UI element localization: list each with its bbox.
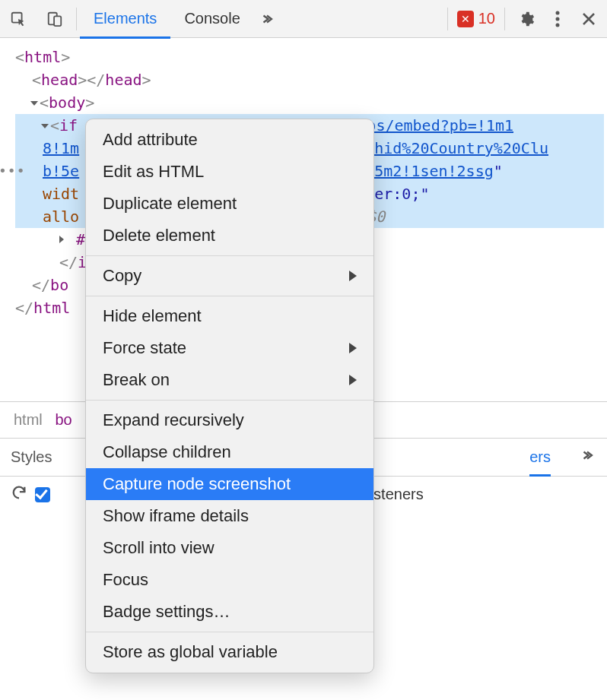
- toolbar-divider: [76, 8, 77, 30]
- menu-add-attribute[interactable]: Add attribute: [86, 124, 373, 156]
- error-icon: ✕: [457, 11, 474, 27]
- menu-duplicate-element[interactable]: Duplicate element: [86, 188, 373, 220]
- kebab-menu-icon[interactable]: [545, 0, 570, 38]
- menu-force-state[interactable]: Force state: [86, 332, 373, 364]
- menu-break-on[interactable]: Break on: [86, 364, 373, 396]
- menu-show-iframe-details[interactable]: Show iframe details: [86, 500, 373, 512]
- more-panel-tabs-icon[interactable]: [583, 448, 596, 466]
- tab-console[interactable]: Console: [170, 0, 253, 38]
- settings-icon[interactable]: [508, 0, 545, 38]
- context-menu: Add attribute Edit as HTML Duplicate ele…: [85, 119, 374, 512]
- svg-point-4: [556, 17, 560, 21]
- tab-elements-label: Elements: [94, 10, 157, 27]
- menu-separator: [86, 296, 373, 296]
- panel-tab-event-listeners[interactable]: ers: [529, 448, 551, 466]
- expand-triangle-icon[interactable]: [30, 101, 38, 106]
- panel-tab-styles[interactable]: Styles: [11, 448, 52, 466]
- menu-separator: [86, 400, 373, 401]
- menu-separator: [86, 255, 373, 256]
- submenu-arrow-icon: [349, 375, 357, 385]
- menu-expand-recursively[interactable]: Expand recursively: [86, 404, 373, 436]
- tab-console-label: Console: [184, 10, 240, 27]
- menu-delete-element[interactable]: Delete element: [86, 220, 373, 252]
- submenu-arrow-icon: [349, 343, 357, 353]
- svg-point-5: [556, 23, 560, 27]
- device-toolbar-icon[interactable]: [37, 0, 73, 38]
- inspect-icon[interactable]: [0, 0, 37, 38]
- ancestors-checkbox[interactable]: [35, 487, 50, 502]
- toolbar-divider: [504, 8, 505, 30]
- menu-copy[interactable]: Copy: [86, 260, 373, 292]
- menu-capture-node-screenshot[interactable]: Capture node screenshot: [86, 468, 373, 500]
- submenu-arrow-icon: [349, 271, 357, 281]
- expand-triangle-icon[interactable]: [59, 236, 64, 243]
- toolbar-divider: [447, 8, 448, 30]
- dom-line[interactable]: <html>: [15, 46, 604, 68]
- dom-line[interactable]: <head></head>: [15, 68, 604, 91]
- breadcrumb-body[interactable]: bo: [55, 411, 72, 428]
- error-count: 10: [478, 10, 495, 27]
- svg-point-3: [556, 11, 560, 14]
- refresh-icon[interactable]: [11, 484, 27, 505]
- overflow-indicator: •••: [0, 160, 26, 182]
- menu-edit-as-html[interactable]: Edit as HTML: [86, 156, 373, 188]
- svg-rect-2: [54, 16, 61, 26]
- breadcrumb-html[interactable]: html: [14, 411, 43, 428]
- menu-collapse-children[interactable]: Collapse children: [86, 436, 373, 468]
- error-badge[interactable]: ✕ 10: [451, 10, 501, 27]
- close-icon[interactable]: [570, 0, 607, 38]
- tab-elements[interactable]: Elements: [80, 0, 170, 38]
- devtools-toolbar: Elements Console ✕ 10: [0, 0, 607, 38]
- more-tabs-icon[interactable]: [254, 0, 284, 38]
- menu-hide-element[interactable]: Hide element: [86, 300, 373, 332]
- dom-line[interactable]: <body>: [15, 91, 604, 114]
- expand-triangle-icon[interactable]: [41, 124, 49, 128]
